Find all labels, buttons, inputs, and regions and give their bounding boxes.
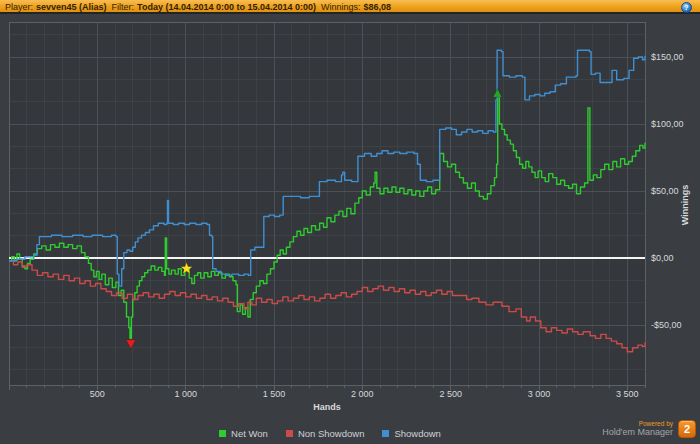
x-tick-label: 500 <box>90 389 105 399</box>
powered-by-footer[interactable]: Powered by Hold'em Manager 2 <box>602 420 696 438</box>
y-axis-title: Winnings <box>680 185 690 225</box>
winnings-graph: 5001 0001 5002 0002 5003 0003 500$150,00… <box>0 13 700 444</box>
chart-legend: Net WonNon ShowdownShowdown <box>0 424 660 442</box>
y-tick-label: $50,00 <box>651 186 679 196</box>
y-tick-label: $0,00 <box>651 253 674 263</box>
legend-item-non-showdown[interactable]: Non Showdown <box>286 428 365 439</box>
x-tick-label: 1 500 <box>263 389 286 399</box>
x-tick-label: 2 000 <box>351 389 374 399</box>
legend-label: Showdown <box>394 428 440 439</box>
y-tick-label: -$50,00 <box>651 320 682 330</box>
legend-swatch-non-showdown <box>286 430 293 437</box>
x-tick-label: 2 500 <box>439 389 462 399</box>
legend-swatch-net-won <box>219 430 226 437</box>
legend-item-net-won[interactable]: Net Won <box>219 428 268 439</box>
filter-label: Filter: <box>112 2 135 12</box>
brand-name: Hold'em Manager <box>602 428 673 437</box>
x-tick-label: 3 500 <box>616 389 639 399</box>
legend-item-showdown[interactable]: Showdown <box>382 428 440 439</box>
player-label: Player: <box>5 2 33 12</box>
legend-swatch-showdown <box>382 430 389 437</box>
x-axis-title: Hands <box>313 402 341 412</box>
y-tick-label: $150,00 <box>651 52 684 62</box>
legend-label: Non Showdown <box>298 428 365 439</box>
x-tick-label: 1 000 <box>174 389 197 399</box>
x-tick-label: 3 000 <box>528 389 551 399</box>
winnings-value: $86,08 <box>364 2 392 12</box>
hm2-badge: 2 <box>678 420 696 438</box>
status-bar: Player:sevven45 (Alias) Filter:Today (14… <box>0 0 700 14</box>
help-icon[interactable]: ? <box>681 2 692 13</box>
winnings-label: Winnings: <box>321 2 361 12</box>
legend-label: Net Won <box>231 428 268 439</box>
holdem-manager-graph-window: Player:sevven45 (Alias) Filter:Today (14… <box>0 0 700 444</box>
y-tick-label: $100,00 <box>651 119 684 129</box>
player-name: sevven45 (Alias) <box>36 2 107 12</box>
filter-value: Today (14.04.2014 0:00 to 15.04.2014 0:0… <box>137 2 316 12</box>
